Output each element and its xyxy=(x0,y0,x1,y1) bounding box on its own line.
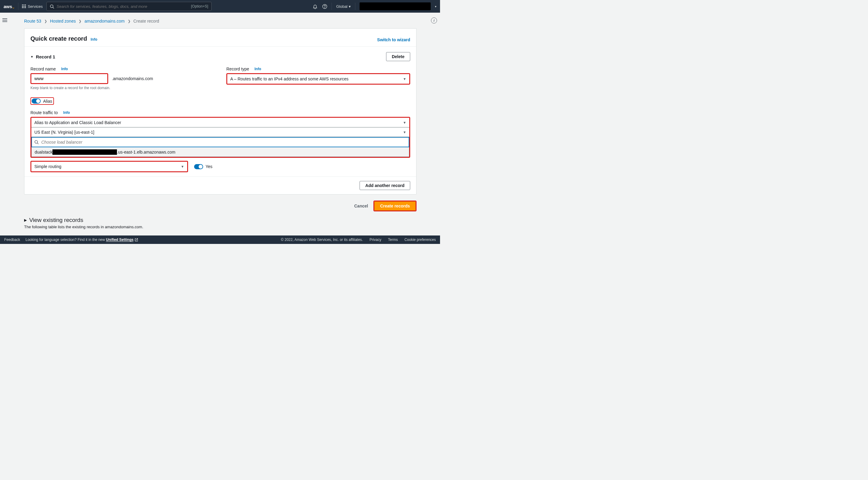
alias-label: Alias xyxy=(43,99,52,104)
alias-target-value: Alias to Application and Classic Load Ba… xyxy=(34,120,121,125)
search-input[interactable] xyxy=(57,4,191,9)
account-menu[interactable] xyxy=(360,2,431,10)
evaluate-health-label: Yes xyxy=(206,164,213,169)
add-another-record-button[interactable]: Add another record xyxy=(360,181,410,190)
create-record-panel: Quick create record Info Switch to wizar… xyxy=(24,28,416,195)
footer: Feedback Looking for language selection?… xyxy=(0,236,440,244)
alias-toggle[interactable] xyxy=(32,99,41,104)
breadcrumb-route53[interactable]: Route 53 xyxy=(24,19,41,24)
external-link-icon xyxy=(135,238,138,241)
search-shortcut: [Option+S] xyxy=(191,4,208,8)
svg-line-1 xyxy=(53,7,54,8)
alias-target-select[interactable]: Alias to Application and Classic Load Ba… xyxy=(31,118,409,127)
region-selector[interactable]: Global ▾ xyxy=(336,4,351,9)
breadcrumb-domain[interactable]: amazondomains.com xyxy=(84,19,124,24)
top-nav: aws ⌣ Services [Option+S] Global ▾ ▾ xyxy=(0,0,440,13)
info-link[interactable]: Info xyxy=(61,67,68,71)
route-traffic-label: Route traffic to xyxy=(30,110,58,115)
region-value: US East (N. Virginia) [us-east-1] xyxy=(34,130,94,135)
breadcrumb-hosted-zones[interactable]: Hosted zones xyxy=(50,19,76,24)
page-title: Quick create record xyxy=(30,35,87,42)
search-icon xyxy=(50,4,54,9)
cookie-preferences-link[interactable]: Cookie preferences xyxy=(404,238,436,242)
routing-policy-value: Simple routing xyxy=(34,164,61,169)
privacy-link[interactable]: Privacy xyxy=(370,238,381,242)
help-panel-toggle[interactable]: i xyxy=(431,18,437,24)
svg-point-3 xyxy=(324,7,325,8)
delete-button[interactable]: Delete xyxy=(386,52,410,61)
caret-down-icon: ▼ xyxy=(403,77,406,81)
services-label: Services xyxy=(28,4,43,9)
services-grid-icon xyxy=(22,4,26,8)
unified-settings-link[interactable]: Unified Settings xyxy=(106,238,138,242)
services-menu[interactable]: Services xyxy=(22,4,42,9)
info-link[interactable]: Info xyxy=(91,37,97,41)
record-heading: Record 1 xyxy=(36,54,55,59)
chevron-right-icon: ❯ xyxy=(79,19,82,23)
info-link[interactable]: Info xyxy=(63,110,70,115)
cancel-button[interactable]: Cancel xyxy=(354,204,368,208)
caret-right-icon: ▶ xyxy=(24,218,27,222)
language-prompt: Looking for language selection? Find it … xyxy=(26,238,138,242)
chevron-right-icon: ❯ xyxy=(44,19,47,23)
record-name-label: Record name xyxy=(30,67,56,71)
feedback-link[interactable]: Feedback xyxy=(4,238,20,242)
aws-logo-text: aws xyxy=(4,4,12,9)
svg-point-4 xyxy=(35,140,37,143)
record-type-select[interactable]: A – Routes traffic to an IPv4 address an… xyxy=(227,74,409,84)
lb-option-prefix: dualstack xyxy=(35,150,53,155)
caret-down-icon: ▼ xyxy=(403,121,406,124)
routing-policy-select[interactable]: Simple routing ▼ xyxy=(31,162,187,171)
region-label: Global xyxy=(336,4,347,9)
view-existing-title: View existing records xyxy=(29,217,83,224)
record-name-input[interactable] xyxy=(31,74,107,83)
side-nav-toggle[interactable] xyxy=(2,17,9,24)
record-type-value: A – Routes traffic to an IPv4 address an… xyxy=(230,76,348,81)
load-balancer-option[interactable]: dualstack .us-east-1.elb.amazonaws.com xyxy=(31,147,409,157)
copyright-text: © 2022, Amazon Web Services, Inc. or its… xyxy=(281,238,363,242)
evaluate-health-toggle[interactable] xyxy=(194,164,203,169)
nav-divider xyxy=(332,3,332,10)
switch-to-wizard-link[interactable]: Switch to wizard xyxy=(377,37,410,42)
terms-link[interactable]: Terms xyxy=(388,238,398,242)
nav-divider xyxy=(18,3,19,10)
caret-down-icon: ▼ xyxy=(403,130,406,134)
notifications-icon[interactable] xyxy=(312,4,318,9)
lb-option-suffix: .us-east-1.elb.amazonaws.com xyxy=(117,150,176,155)
caret-down-icon: ▼ xyxy=(30,55,33,59)
caret-down-icon: ▾ xyxy=(435,5,436,8)
record-1-toggle[interactable]: ▼ Record 1 xyxy=(30,54,55,59)
aws-swoosh-icon: ⌣ xyxy=(12,6,14,10)
nav-divider xyxy=(355,3,355,10)
record-type-label: Record type xyxy=(226,67,249,71)
aws-logo[interactable]: aws ⌣ xyxy=(4,4,14,9)
svg-line-5 xyxy=(37,143,38,144)
redacted-value xyxy=(53,149,117,155)
view-existing-toggle[interactable]: ▶ View existing records xyxy=(24,217,416,224)
breadcrumb-current: Create record xyxy=(133,19,159,24)
info-link[interactable]: Info xyxy=(254,67,261,71)
load-balancer-input[interactable] xyxy=(41,140,406,144)
search-icon xyxy=(34,140,39,144)
breadcrumb: Route 53 ❯ Hosted zones ❯ amazondomains.… xyxy=(11,15,430,28)
chevron-right-icon: ❯ xyxy=(128,19,130,23)
region-select[interactable]: US East (N. Virginia) [us-east-1] ▼ xyxy=(31,127,409,137)
main-content: Route 53 ❯ Hosted zones ❯ amazondomains.… xyxy=(11,13,430,236)
create-records-button[interactable]: Create records xyxy=(374,201,415,210)
view-existing-subtitle: The following table lists the existing r… xyxy=(24,225,416,229)
help-icon[interactable] xyxy=(322,4,327,9)
caret-down-icon: ▼ xyxy=(181,165,184,168)
record-name-helper: Keep blank to create a record for the ro… xyxy=(30,86,214,90)
svg-point-0 xyxy=(50,4,53,7)
record-name-suffix: .amazondomains.com xyxy=(112,76,153,81)
global-search[interactable]: [Option+S] xyxy=(46,2,212,11)
load-balancer-search[interactable] xyxy=(31,137,409,147)
caret-down-icon: ▾ xyxy=(349,4,351,9)
